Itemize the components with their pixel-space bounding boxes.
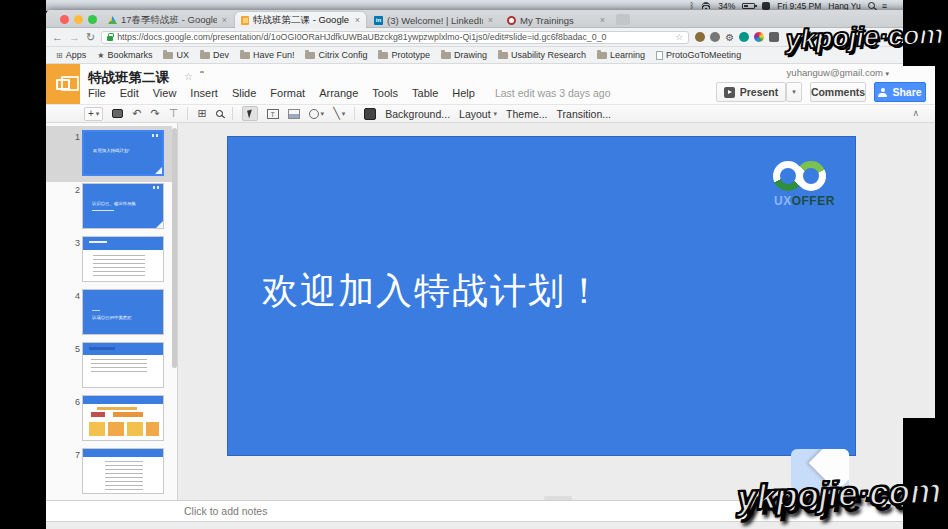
menu-edit[interactable]: Edit: [120, 87, 139, 99]
extension-icon-2[interactable]: [710, 32, 720, 42]
tab-linkedin[interactable]: in (3) Welcome! | LinkedIn ×: [368, 12, 499, 28]
menu-help[interactable]: Help: [452, 87, 475, 99]
insert-line-button[interactable]: ╲ ▾: [333, 108, 345, 119]
menu-arrange[interactable]: Arrange: [319, 87, 358, 99]
bookmark-folder-havefun[interactable]: Have Fun!: [240, 50, 295, 60]
bookmark-folder-dev[interactable]: Dev: [200, 50, 229, 60]
menu-table[interactable]: Table: [412, 87, 438, 99]
bottom-scroll-strip[interactable]: [46, 521, 935, 529]
wifi-icon: [701, 2, 711, 9]
logo-ring-right: [796, 161, 826, 191]
chevron-down-icon: ▾: [96, 110, 100, 118]
bookmark-folder-usability[interactable]: Usability Research: [498, 50, 586, 60]
new-slide-button[interactable]: + ▾: [84, 107, 103, 121]
slide-title-text[interactable]: 欢迎加入特战计划！: [262, 267, 604, 316]
comments-button[interactable]: Comments: [810, 82, 866, 102]
battery-icon: [742, 3, 755, 9]
close-window-button[interactable]: [60, 15, 69, 24]
last-edit-status[interactable]: Last edit was 3 days ago: [495, 87, 611, 99]
hide-menus-icon[interactable]: ∧: [912, 108, 919, 118]
bookmark-folder-drawing[interactable]: Drawing: [441, 50, 487, 60]
close-tab-icon[interactable]: ×: [488, 15, 493, 25]
refresh-button[interactable]: ↻: [86, 32, 95, 43]
bookmark-folder-prototype[interactable]: Prototype: [378, 50, 430, 60]
slide-canvas[interactable]: 欢迎加入特战计划！ UXOFFER: [178, 123, 935, 500]
present-button[interactable]: Present: [716, 82, 786, 102]
slide-thumbnail-6[interactable]: [82, 395, 164, 441]
print-icon[interactable]: [112, 109, 123, 118]
logo-wordmark: UXOFFER: [774, 194, 835, 208]
document-title[interactable]: 特战班第二课: [88, 69, 169, 87]
slide-thumbnail-4[interactable]: 认清自己的中美差距: [82, 289, 164, 335]
menu-format[interactable]: Format: [270, 87, 305, 99]
text-box-icon[interactable]: T: [267, 109, 279, 119]
menu-view[interactable]: View: [153, 87, 177, 99]
menu-slide[interactable]: Slide: [232, 87, 256, 99]
background-button[interactable]: Background...: [385, 108, 450, 120]
minimize-window-button[interactable]: [74, 15, 83, 24]
extension-icon-3[interactable]: [739, 32, 749, 42]
bookmark-folder-learning[interactable]: Learning: [597, 50, 645, 60]
slide-number: 1: [68, 132, 80, 142]
account-email[interactable]: yuhanguw@gmail.com ▾: [787, 67, 889, 78]
spotlight-search-icon[interactable]: [868, 2, 875, 9]
bookmark-folder-ux[interactable]: UX: [163, 50, 189, 60]
bookmark-protogotomeeting[interactable]: ProtoGoToMeeting: [656, 50, 741, 60]
google-slides-app-icon[interactable]: [46, 64, 80, 104]
menu-file[interactable]: File: [88, 87, 106, 99]
paint-format-icon[interactable]: ⊤: [169, 108, 179, 119]
notification-center-icon[interactable]: ≡: [882, 1, 887, 11]
slide-number: 5: [68, 344, 80, 354]
photos-pinwheel-icon[interactable]: [754, 32, 764, 42]
address-bar[interactable]: https://docs.google.com/presentation/d/1…: [101, 31, 689, 44]
url-text[interactable]: https://docs.google.com/presentation/d/1…: [117, 32, 671, 42]
menu-bar: File Edit View Insert Slide Format Arran…: [88, 87, 611, 99]
settings-gear-icon[interactable]: ⚙: [725, 32, 734, 43]
zoom-icon[interactable]: [216, 110, 223, 117]
tab-google-slides[interactable]: 特战班第二课 - Google Slid ×: [235, 12, 366, 28]
close-tab-icon[interactable]: ×: [355, 15, 360, 25]
bookmarks-folder[interactable]: ★ Bookmarks: [97, 50, 152, 60]
slide-thumbnail-3[interactable]: [82, 236, 164, 282]
tab-google-drive[interactable]: 17春季特战班 - Google Dri ×: [102, 12, 233, 28]
slide-number: 2: [68, 185, 80, 195]
insert-shape-button[interactable]: ▾: [309, 109, 325, 119]
theme-button[interactable]: Theme...: [506, 108, 547, 120]
slide-thumbnail-5[interactable]: [82, 342, 164, 388]
star-document-icon[interactable]: ☆: [184, 71, 193, 82]
close-tab-icon[interactable]: ×: [600, 15, 605, 25]
bookmark-star-icon[interactable]: ☆: [675, 32, 683, 42]
zoom-window-button[interactable]: [88, 15, 97, 24]
apps-shortcut[interactable]: ⊞ Apps: [56, 50, 86, 60]
menu-tools[interactable]: Tools: [372, 87, 398, 99]
bookmark-folder-citrix[interactable]: Citrix Config: [305, 50, 367, 60]
slide-thumbnail-1[interactable]: 欢迎加入特战计划!: [82, 130, 164, 176]
thumb-page-curl: [156, 221, 163, 228]
layout-button[interactable]: Layout ▾: [459, 108, 497, 120]
forward-button[interactable]: →: [69, 32, 80, 43]
present-options-button[interactable]: ▾: [786, 82, 802, 102]
slides-header: 特战班第二课 ☆ File Edit View Insert Slide For…: [46, 64, 935, 104]
fill-color-icon[interactable]: [364, 108, 376, 120]
google-drive-icon: [108, 16, 117, 24]
close-tab-icon[interactable]: ×: [222, 15, 227, 25]
zoom-fit-icon[interactable]: ⊞: [197, 108, 206, 119]
filmstrip-scrollbar[interactable]: [172, 128, 177, 368]
share-button[interactable]: Share: [874, 82, 926, 102]
insert-image-icon[interactable]: [288, 109, 300, 119]
extension-icon-1[interactable]: [695, 32, 705, 42]
menubar-user[interactable]: Hang Yu: [828, 1, 860, 11]
back-button[interactable]: ←: [52, 32, 63, 43]
tab-my-trainings[interactable]: My Trainings ×: [501, 12, 611, 28]
current-slide[interactable]: 欢迎加入特战计划！ UXOFFER: [228, 137, 855, 455]
camera-extension-icon[interactable]: [769, 32, 779, 42]
new-tab-button[interactable]: [616, 14, 630, 25]
redo-icon[interactable]: ↷: [151, 108, 160, 119]
undo-icon[interactable]: ↶: [132, 108, 141, 119]
menu-insert[interactable]: Insert: [190, 87, 218, 99]
slide-thumbnail-2[interactable]: 认识自己、确定作品集: [82, 183, 164, 229]
transition-button[interactable]: Transition...: [557, 108, 611, 120]
slide-thumbnail-7[interactable]: [82, 448, 164, 494]
folder-label: Citrix Config: [318, 50, 367, 60]
select-tool-icon[interactable]: [242, 106, 258, 121]
